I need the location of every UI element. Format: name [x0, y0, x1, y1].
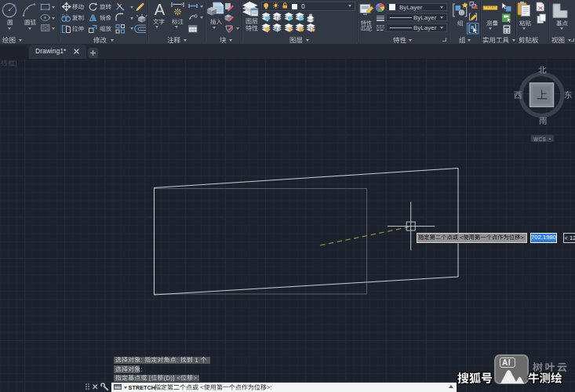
svg-text:A: A [155, 1, 166, 18]
